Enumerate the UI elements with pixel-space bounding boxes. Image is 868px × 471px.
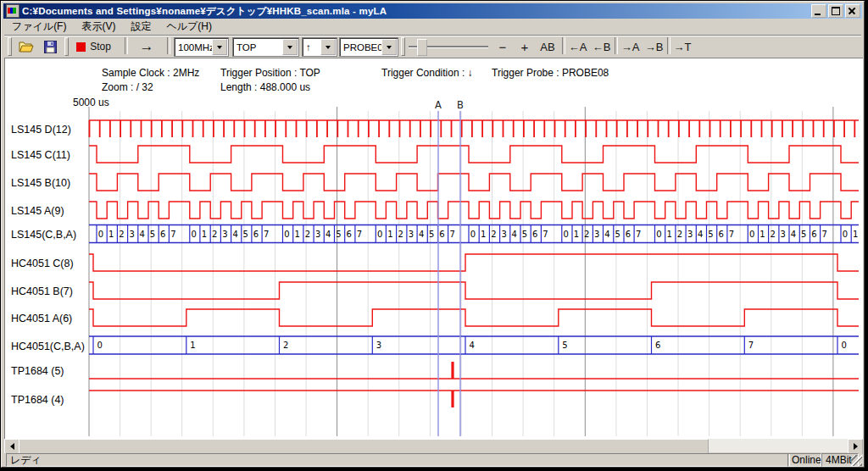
save-floppy-icon [44, 41, 57, 53]
dropdown-button[interactable] [320, 39, 336, 55]
channel-label-ls145-c-11: LS145 C(11) [11, 149, 70, 161]
toolbar-separator [167, 37, 170, 54]
length-info: Length : 488.000 us [220, 81, 310, 93]
menu-bar: ファイル(F) 表示(V) 設定 ヘルプ(H) [4, 19, 860, 34]
scroll-left-button[interactable] [4, 439, 19, 454]
status-ready: レディ [6, 453, 790, 467]
app-window: C:¥Documents and Settings¥noname¥デスクトップ¥… [1, 1, 865, 468]
resize-grip[interactable] [851, 455, 862, 466]
zoom-in-button[interactable]: + [515, 37, 535, 56]
dropdown-button[interactable] [212, 39, 227, 55]
run-button[interactable]: → [131, 37, 162, 56]
trigger-probe-info: Trigger Probe : PROBE08 [492, 67, 609, 79]
menu-settings[interactable]: 設定 [123, 19, 159, 35]
channel-label-hc4051-c-b-a: HC4051(C,B,A) [11, 341, 85, 352]
trigger-position-combo[interactable]: TOP [232, 37, 299, 57]
window-title: C:¥Documents and Settings¥noname¥デスクトップ¥… [22, 5, 811, 18]
horizontal-scrollbar[interactable] [4, 439, 862, 452]
arrow-left-icon [7, 443, 14, 450]
slider-thumb[interactable] [417, 39, 427, 56]
move-cursor-b-button[interactable]: →B [643, 37, 665, 56]
toolbar-separator [615, 37, 618, 54]
chevron-down-icon [387, 46, 392, 52]
zoom-slider[interactable] [409, 37, 488, 56]
timebase-label: 5000 us [73, 97, 109, 108]
goto-cursor-a-button[interactable]: ←A [566, 37, 589, 56]
screen: C:¥Documents and Settings¥noname¥デスクトップ¥… [0, 0, 868, 471]
sample-rate-value: 100MHz [175, 42, 212, 53]
toolbar-separator [125, 37, 128, 54]
channel-label-ls145-c-b-a: LS145(C,B,A) [11, 229, 76, 241]
app-icon [6, 4, 19, 18]
zoom-info: Zoom : / 32 [102, 81, 153, 93]
probe-combo[interactable]: PROBE00 [339, 37, 398, 57]
chevron-down-icon [287, 46, 292, 52]
toolbar-grip [64, 37, 69, 56]
channel-label-ls145-a-9: LS145 A(9) [11, 205, 64, 217]
close-button[interactable] [845, 4, 860, 18]
goto-cursor-b-button[interactable]: ←B [590, 37, 613, 56]
channel-label-hc4051-a-6: HC4051 A(6) [11, 313, 72, 324]
trigger-edge-value: ↑ [303, 42, 320, 53]
probe-value: PROBE00 [340, 42, 381, 53]
toolbar-grip [8, 37, 12, 56]
trigger-condition-info: Trigger Condition : ↓ [381, 67, 473, 79]
maximize-button[interactable] [828, 4, 843, 18]
trigger-edge-combo[interactable]: ↑ [302, 37, 337, 57]
menu-view[interactable]: 表示(V) [74, 19, 123, 35]
arrow-right-icon [854, 443, 861, 450]
ab-button[interactable]: AB [537, 37, 559, 56]
dropdown-button[interactable] [282, 39, 298, 55]
chevron-down-icon [326, 46, 331, 52]
stop-label: Stop [90, 41, 111, 53]
stop-icon [76, 42, 86, 52]
trigger-position-value: TOP [233, 42, 282, 53]
title-bar[interactable]: C:¥Documents and Settings¥noname¥デスクトップ¥… [3, 3, 862, 19]
dropdown-button[interactable] [381, 39, 397, 55]
minimize-button[interactable] [811, 4, 826, 18]
move-cursor-a-button[interactable]: →A [619, 37, 642, 56]
sample-clock-info: Sample Clock : 2MHz [102, 67, 199, 79]
channel-label-ls145-d-12: LS145 D(12) [11, 124, 71, 136]
toolbar-separator [667, 37, 670, 54]
chevron-down-icon [217, 46, 222, 52]
channel-label-tp1684-5: TP1684 (5) [11, 365, 64, 377]
open-file-button[interactable] [16, 37, 36, 56]
status-bar: レディ Online 4MBit [4, 453, 862, 467]
save-button[interactable] [40, 37, 60, 56]
menu-help[interactable]: ヘルプ(H) [159, 19, 220, 35]
channel-label-tp1684-4: TP1684 (4) [11, 394, 64, 406]
open-folder-icon [19, 41, 34, 53]
scroll-right-button[interactable] [848, 439, 863, 454]
toolbar: Stop → 100MHz TOP ↑ PROBE00 [4, 35, 861, 58]
stop-button[interactable]: Stop [71, 37, 120, 56]
channel-label-ls145-b-10: LS145 B(10) [11, 177, 70, 189]
channel-label-hc4051-c-8: HC4051 C(8) [11, 258, 74, 269]
toolbar-grip [401, 37, 405, 56]
status-online: Online [787, 453, 821, 467]
channel-label-hc4051-b-7: HC4051 B(7) [11, 285, 73, 297]
scrollbar-thumb[interactable] [19, 439, 709, 454]
goto-trigger-button[interactable]: →T [671, 37, 693, 56]
zoom-out-button[interactable]: − [492, 37, 513, 56]
toolbar-separator [562, 37, 565, 54]
trigger-position-info: Trigger Position : TOP [220, 67, 320, 79]
sample-rate-combo[interactable]: 100MHz [174, 37, 229, 57]
menu-file[interactable]: ファイル(F) [4, 19, 74, 35]
waveform-client-area [4, 58, 863, 440]
